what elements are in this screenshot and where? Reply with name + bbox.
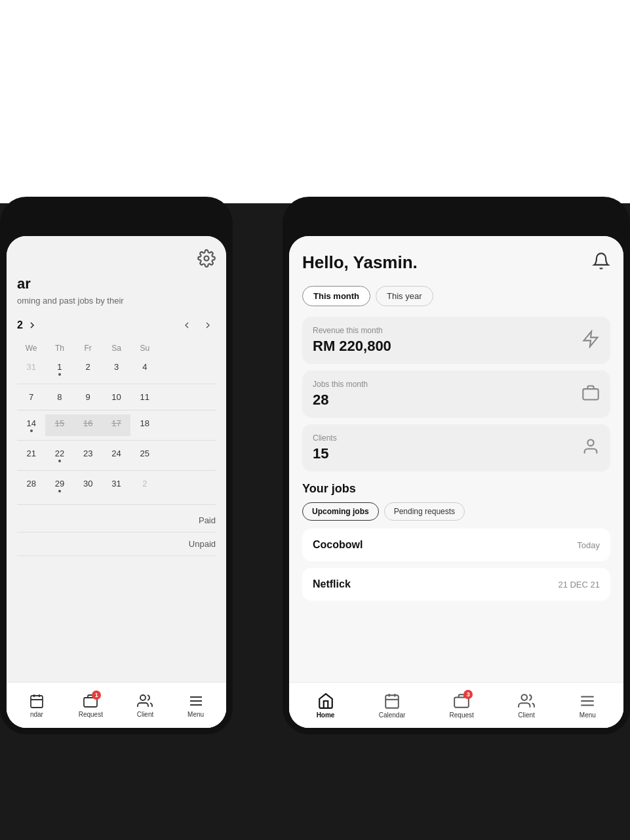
svg-point-12 [587, 440, 593, 446]
left-nav-calendar-label: ndar [30, 711, 43, 718]
svg-point-6 [140, 695, 146, 700]
job-date-netflick: 21 DEC 21 [558, 580, 600, 590]
cal-cell[interactable]: 17 [102, 414, 130, 436]
bell-icon[interactable] [592, 252, 610, 273]
svg-point-18 [521, 694, 527, 700]
cal-cell[interactable]: 29 [45, 475, 73, 496]
revenue-info: Revenue this month RM 220,800 [313, 326, 391, 355]
cal-header: We Th Fr Sa Su [17, 341, 216, 355]
right-nav-client[interactable]: Client [518, 692, 535, 719]
jobs-value: 28 [313, 391, 368, 409]
left-nav-client[interactable]: Client [137, 693, 154, 718]
cal-cell[interactable]: 4 [130, 358, 159, 380]
jobs-card: Jobs this month 28 [302, 370, 610, 418]
cal-cell[interactable]: 15 [45, 414, 73, 436]
tab-upcoming-jobs[interactable]: Upcoming jobs [302, 502, 379, 521]
cal-cell[interactable]: 8 [45, 388, 73, 406]
right-nav-client-label: Client [518, 711, 535, 719]
phone-left: ar oming and past jobs by their 2 [0, 197, 233, 734]
briefcase-icon: 1 [83, 693, 98, 709]
revenue-card: Revenue this month RM 220,800 [302, 317, 610, 364]
tab-this-year[interactable]: This year [376, 286, 433, 306]
job-card-cocobowl[interactable]: Cocobowl Today [302, 529, 610, 561]
revenue-label: Revenue this month [313, 326, 391, 335]
prev-month-btn[interactable] [179, 317, 195, 333]
month-arrows [179, 317, 216, 333]
jobs-info: Jobs this month 28 [313, 380, 368, 409]
job-paid-status: Paid [199, 515, 216, 525]
left-nav-menu[interactable]: Menu [187, 693, 204, 718]
month-label: 2 [17, 319, 37, 331]
clients-card: Clients 15 [302, 424, 610, 471]
cal-cell[interactable]: 11 [130, 388, 159, 406]
cal-cell[interactable]: 21 [17, 445, 45, 466]
cal-row-4: 21 22 23 24 25 [17, 445, 216, 466]
cal-day-we: We [17, 341, 45, 355]
cal-cell[interactable]: 18 [130, 414, 159, 436]
your-jobs-title: Your jobs [302, 482, 610, 496]
right-nav-calendar[interactable]: Calendar [379, 692, 406, 719]
left-nav-request[interactable]: 1 Request [79, 693, 103, 718]
cal-day-th: Th [45, 341, 73, 355]
cal-cell[interactable]: 10 [102, 388, 130, 406]
cal-row-2: 7 8 9 10 11 [17, 388, 216, 406]
cal-cell[interactable]: 23 [74, 445, 102, 466]
right-nav-menu-label: Menu [580, 711, 596, 719]
revenue-value: RM 220,800 [313, 338, 391, 355]
right-nav-home[interactable]: Home [317, 692, 335, 719]
top-white-area [0, 0, 630, 203]
right-content: Hello, Yasmin. This month This year Reve… [289, 236, 623, 728]
tab-pending-requests[interactable]: Pending requests [384, 502, 465, 521]
cal-cell[interactable]: 22 [45, 445, 73, 466]
calendar-icon [29, 693, 45, 709]
cal-cell[interactable]: 16 [74, 414, 102, 436]
right-bottom-nav: Home Calendar [289, 682, 623, 728]
scene: ar oming and past jobs by their 2 [0, 0, 630, 840]
job-card-netflick[interactable]: Netflick 21 DEC 21 [302, 568, 610, 601]
gear-icon[interactable] [197, 249, 216, 270]
right-nav-request[interactable]: 3 Request [450, 692, 474, 719]
jobs-briefcase-icon [581, 384, 600, 405]
right-nav-menu[interactable]: Menu [579, 692, 596, 719]
cal-cell[interactable]: 31 [17, 358, 45, 380]
cal-cell[interactable]: 30 [74, 475, 102, 496]
right-screen: Hello, Yasmin. This month This year Reve… [289, 236, 623, 728]
right-people-icon [518, 692, 535, 710]
cal-cell[interactable]: 7 [17, 388, 45, 406]
cal-cell[interactable]: 14 [17, 414, 45, 436]
right-menu-icon [579, 692, 596, 710]
jobs-label: Jobs this month [313, 380, 368, 389]
cal-day-su: Su [130, 341, 159, 355]
bolt-icon [581, 330, 600, 351]
svg-marker-10 [584, 331, 598, 346]
cal-cell[interactable]: 25 [130, 445, 159, 466]
menu-icon [188, 693, 204, 709]
cal-cell[interactable]: 2 [74, 358, 102, 380]
cal-cell[interactable]: 28 [17, 475, 45, 496]
job-name-cocobowl: Cocobowl [313, 539, 363, 551]
right-header: Hello, Yasmin. [302, 252, 610, 273]
left-title: ar [17, 275, 216, 292]
left-header [17, 249, 216, 270]
cal-row-5: 28 29 30 31 2 [17, 475, 216, 496]
svg-rect-13 [385, 695, 399, 708]
cal-cell[interactable]: 24 [102, 445, 130, 466]
right-nav-calendar-label: Calendar [379, 711, 406, 719]
cal-day-fr: Fr [74, 341, 102, 355]
person-icon [581, 437, 600, 458]
cal-cell[interactable]: 9 [74, 388, 102, 406]
job-list-paid: Paid [17, 509, 216, 532]
cal-cell[interactable]: 31 [102, 475, 130, 496]
svg-point-0 [205, 256, 209, 261]
tab-this-month[interactable]: This month [302, 286, 370, 306]
job-tabs: Upcoming jobs Pending requests [302, 502, 610, 521]
next-month-btn[interactable] [200, 317, 216, 333]
cal-cell[interactable]: 1 [45, 358, 73, 380]
left-nav-calendar[interactable]: ndar [29, 693, 45, 718]
cal-cell[interactable]: 3 [102, 358, 130, 380]
svg-rect-11 [583, 389, 598, 399]
left-nav-menu-label: Menu [187, 711, 204, 718]
cal-cell[interactable]: 2 [130, 475, 159, 496]
tab-pills: This month This year [302, 286, 610, 306]
request-badge: 1 [92, 690, 101, 700]
